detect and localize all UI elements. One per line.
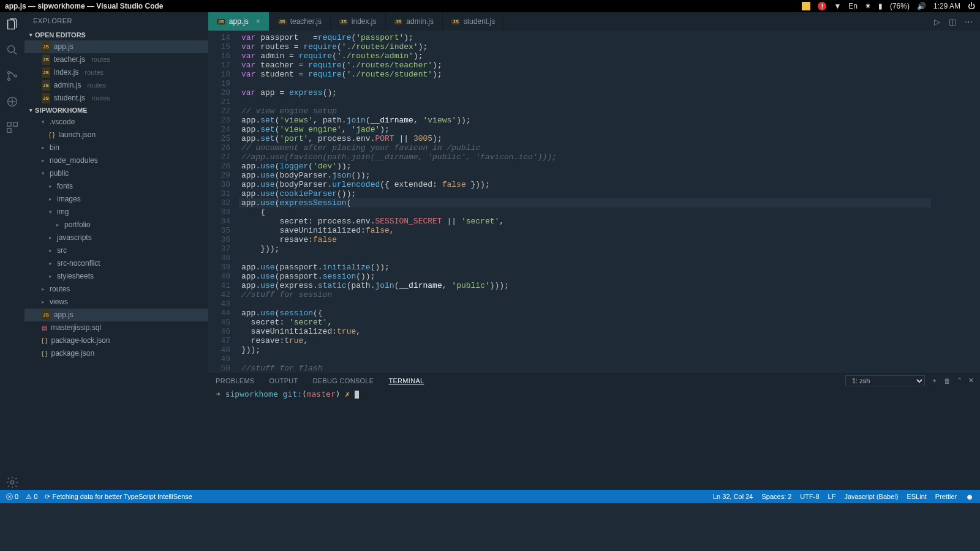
- code-editor[interactable]: 1415161718192021222324252627282930313233…: [208, 31, 980, 373]
- panel-tab[interactable]: TERMINAL: [381, 377, 431, 384]
- wifi-icon[interactable]: ▼: [834, 2, 841, 10]
- chevron-right-icon: ▸: [49, 246, 53, 256]
- volume-icon[interactable]: 🔊: [917, 2, 926, 10]
- editor-tab[interactable]: JSapp.js×: [208, 12, 270, 31]
- status-spaces[interactable]: Spaces: 2: [761, 493, 791, 500]
- run-icon[interactable]: ▷: [934, 17, 940, 26]
- panel-tab[interactable]: DEBUG CONSOLE: [306, 377, 382, 384]
- js-file-icon: JS: [42, 67, 50, 78]
- js-file-icon: JS: [42, 310, 50, 320]
- svg-point-0: [8, 46, 15, 53]
- code-body[interactable]: var passport =require('passport');var ro…: [239, 31, 931, 373]
- terminal[interactable]: ➜ sipworkhome git:(master) ✗: [208, 387, 980, 490]
- open-editor-item[interactable]: JSteacher.jsroutes: [24, 53, 208, 66]
- minimap[interactable]: [931, 31, 980, 373]
- status-warnings[interactable]: ⚠ 0: [26, 493, 37, 501]
- editor-tab[interactable]: JSadmin.js: [386, 12, 443, 31]
- folder-item[interactable]: ▸javascripts: [24, 231, 208, 244]
- input-lang[interactable]: En: [848, 2, 858, 10]
- status-lncol[interactable]: Ln 32, Col 24: [713, 493, 753, 500]
- folder-item[interactable]: ▸bin: [24, 141, 208, 154]
- folder-item[interactable]: ▸portfolio: [24, 219, 208, 231]
- extensions-icon[interactable]: [5, 120, 20, 135]
- editor-tab[interactable]: JSindex.js: [331, 12, 385, 31]
- status-langmode[interactable]: Javascript (Babel): [844, 493, 898, 500]
- js-file-icon: JS: [217, 19, 225, 24]
- bluetooth-icon[interactable]: ✷: [865, 2, 871, 10]
- status-errors[interactable]: ⓧ 0: [6, 492, 18, 501]
- explorer-icon[interactable]: [5, 17, 20, 32]
- folder-item[interactable]: ▸node_modules: [24, 154, 208, 167]
- open-editor-item[interactable]: JSstudent.jsroutes: [24, 92, 208, 105]
- split-editor-icon[interactable]: ◫: [949, 17, 956, 26]
- chevron-down-icon: ▾: [49, 207, 53, 217]
- svg-point-1: [8, 72, 10, 74]
- debug-icon[interactable]: [5, 94, 20, 109]
- folder-item[interactable]: ▸images: [24, 193, 208, 206]
- js-file-icon: JS: [278, 19, 287, 24]
- alert-icon[interactable]: !: [818, 2, 826, 10]
- battery-icon[interactable]: ▮: [878, 2, 883, 10]
- js-file-icon: JS: [42, 80, 50, 91]
- svg-rect-5: [7, 122, 11, 126]
- open-editors-header[interactable]: OPEN EDITORS: [24, 29, 208, 40]
- new-terminal-icon[interactable]: ＋: [931, 376, 938, 385]
- close-tab-icon[interactable]: ×: [256, 17, 260, 26]
- file-tree: ▾.vscode{ }launch.json▸bin▸node_modules▾…: [24, 116, 208, 360]
- folder-item[interactable]: ▸src-noconflict: [24, 257, 208, 270]
- folder-item[interactable]: ▸fonts: [24, 180, 208, 193]
- git-icon[interactable]: [5, 69, 20, 83]
- feedback-icon[interactable]: ☻: [965, 492, 974, 501]
- svg-point-3: [15, 75, 17, 77]
- kill-terminal-icon[interactable]: 🗑: [944, 377, 951, 384]
- chevron-right-icon: ▸: [42, 297, 46, 307]
- notification-icon[interactable]: [802, 2, 810, 10]
- explorer-sidebar: EXPLORER OPEN EDITORS JSapp.jsJSteacher.…: [24, 12, 208, 490]
- editor-tab[interactable]: JSteacher.js: [270, 12, 331, 31]
- file-item[interactable]: { }package-lock.json: [24, 334, 208, 347]
- panel-tab[interactable]: OUTPUT: [262, 377, 306, 384]
- folder-item[interactable]: ▸views: [24, 296, 208, 309]
- open-editor-item[interactable]: JSindex.jsroutes: [24, 66, 208, 79]
- close-panel-icon[interactable]: ✕: [968, 377, 974, 384]
- maximize-panel-icon[interactable]: ⌃: [957, 377, 962, 384]
- folder-item[interactable]: ▸stylesheets: [24, 270, 208, 283]
- project-header[interactable]: SIPWORKHOME: [24, 105, 208, 116]
- folder-item[interactable]: ▾public: [24, 167, 208, 180]
- js-file-icon: JS: [451, 19, 460, 24]
- settings-gear-icon[interactable]: [5, 475, 20, 490]
- open-editor-item[interactable]: JSadmin.jsroutes: [24, 79, 208, 92]
- file-item[interactable]: { }launch.json: [24, 129, 208, 141]
- chevron-right-icon: ▸: [56, 220, 61, 230]
- system-tray: ! ▼ En ✷ ▮ (76%) 🔊 1:29 AM ⏻: [802, 2, 975, 10]
- status-eol[interactable]: LF: [828, 493, 836, 500]
- folder-item[interactable]: ▸routes: [24, 283, 208, 296]
- terminal-shell-select[interactable]: 1: zsh: [845, 375, 925, 386]
- editor-tabs: JSapp.js×JSteacher.jsJSindex.jsJSadmin.j…: [208, 12, 980, 31]
- sql-file-icon: ▤: [42, 323, 47, 333]
- status-eslint[interactable]: ESLint: [907, 493, 926, 500]
- search-icon[interactable]: [5, 43, 20, 58]
- chevron-right-icon: ▸: [42, 284, 46, 294]
- svg-rect-6: [13, 122, 17, 126]
- status-sync[interactable]: ⟳ Fetching data for better TypeScript In…: [45, 493, 192, 501]
- chevron-right-icon: ▸: [49, 181, 53, 192]
- panel-tab[interactable]: PROBLEMS: [208, 377, 262, 384]
- json-file-icon: { }: [42, 335, 47, 346]
- status-encoding[interactable]: UTF-8: [800, 493, 819, 500]
- power-icon[interactable]: ⏻: [968, 2, 975, 10]
- file-item[interactable]: ▤masterjissip.sql: [24, 321, 208, 334]
- editor-tab[interactable]: JSstudent.js: [443, 12, 504, 31]
- file-item[interactable]: { }package.json: [24, 347, 208, 360]
- window-title: app.js — sipworkhome — Visual Studio Cod…: [5, 2, 802, 10]
- status-prettier[interactable]: Prettier: [935, 493, 957, 500]
- folder-item[interactable]: ▾img: [24, 206, 208, 219]
- more-icon[interactable]: ⋯: [965, 17, 973, 26]
- js-file-icon: JS: [42, 93, 50, 103]
- folder-item[interactable]: ▾.vscode: [24, 116, 208, 129]
- open-editor-item[interactable]: JSapp.js: [24, 40, 208, 53]
- terminal-cursor: [355, 391, 359, 399]
- file-item[interactable]: JSapp.js: [24, 309, 208, 321]
- svg-point-8: [10, 481, 14, 484]
- folder-item[interactable]: ▸src: [24, 244, 208, 257]
